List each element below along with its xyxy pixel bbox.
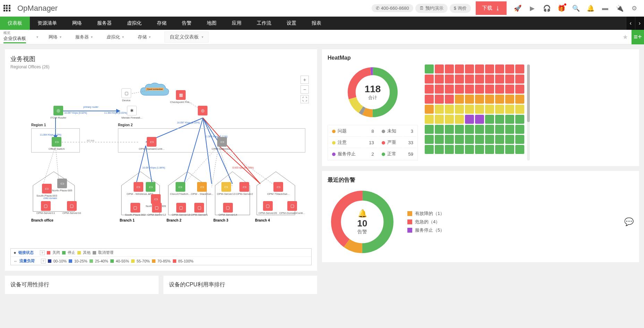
subnav-storage[interactable]: 存储▾ (138, 34, 151, 40)
heatmap-cell[interactable] (455, 135, 464, 144)
heatmap-cell[interactable] (475, 115, 484, 124)
heatmap-cell[interactable] (505, 135, 514, 144)
subnav-network[interactable]: 网络▾ (49, 34, 61, 40)
heatmap-cell[interactable] (445, 85, 454, 94)
heatmap-cell[interactable] (425, 125, 434, 134)
heatmap-cell[interactable] (515, 145, 524, 154)
node-opm-dc[interactable]: ▭OPM-DomainContr... (139, 137, 164, 150)
heatmap-cell[interactable] (445, 135, 454, 144)
heatmap-cell[interactable] (425, 95, 434, 104)
heatmap-cell[interactable] (425, 135, 434, 144)
nav-server[interactable]: 服务器 (90, 17, 119, 30)
phone-pill[interactable]: ✆ 400-660-8680 (372, 4, 413, 12)
rocket-icon[interactable]: 🚀 (514, 4, 522, 12)
legend-row[interactable]: 服务停止（5） (407, 227, 444, 233)
heatmap-donut[interactable]: 118 合计 (345, 64, 400, 120)
search-icon[interactable]: 🔍 (572, 4, 580, 12)
quote-pill[interactable]: $ 询价 (450, 4, 471, 13)
heatmap-cell[interactable] (485, 105, 494, 114)
heatmap-cell[interactable] (435, 115, 444, 124)
heatmap-cell[interactable] (465, 95, 474, 104)
heatmap-cell[interactable] (455, 64, 464, 74)
legend-row[interactable]: 注意13严重33 (329, 137, 417, 148)
heatmap-cell[interactable] (435, 135, 444, 144)
nav-virtualization[interactable]: 虚拟化 (119, 17, 149, 30)
heatmap-cell[interactable] (515, 135, 524, 144)
node-meraki[interactable]: ✱Meraki Firewall... (121, 106, 142, 119)
heatmap-cell[interactable] (515, 75, 524, 84)
node-south-plaza-002[interactable]: ▢South-Plaza-002 (125, 203, 146, 216)
node-opm-server18[interactable]: ▢OPM-Server18 (172, 203, 190, 216)
battery-icon[interactable]: ▬ (601, 4, 609, 12)
nav-report[interactable]: 报表 (304, 17, 329, 30)
alarms-donut[interactable]: 🔔 10 告警 (328, 187, 397, 257)
nav-network[interactable]: 网络 (65, 17, 90, 30)
node-opm-server2[interactable]: ▭OPM-Server2 (236, 182, 253, 196)
node-opm-stackswi[interactable]: ▭OPM - StackSwi... (191, 182, 213, 196)
heatmap-cell[interactable] (465, 115, 474, 124)
node-opm-server20[interactable]: ▢OPM-Server20 (259, 201, 277, 215)
heatmap-cell[interactable] (465, 135, 474, 144)
heatmap-cell[interactable] (445, 145, 454, 154)
nav-map[interactable]: 地图 (199, 17, 224, 30)
heatmap-cell[interactable] (495, 64, 504, 74)
heatmap-cell[interactable] (465, 85, 474, 94)
heatmap-cell[interactable] (435, 95, 444, 104)
node-itom-router[interactable]: ◎ITOM Router (50, 106, 66, 119)
heatmap-cell[interactable] (435, 145, 444, 154)
heatmap-cell[interactable] (505, 85, 514, 94)
legend-row[interactable]: 服务停止2正常59 (329, 149, 417, 159)
heatmap-cell[interactable] (505, 115, 514, 124)
heatmap-cell[interactable] (495, 125, 504, 134)
headset-icon[interactable]: 🎧 (543, 4, 551, 12)
heatmap-cell[interactable] (445, 125, 454, 134)
heatmap-cell[interactable] (515, 95, 524, 104)
apps-grid-icon[interactable] (3, 5, 10, 12)
node-cisco37[interactable]: ▭Cisco37Switch... (170, 182, 190, 196)
zoom-out-button[interactable]: − (300, 85, 309, 94)
heatmap-cell[interactable] (475, 64, 484, 74)
heatmap-cell[interactable] (495, 95, 504, 104)
heatmap-cell[interactable] (435, 85, 444, 94)
help-icon[interactable]: ? (41, 259, 46, 264)
heatmap-cell[interactable] (495, 115, 504, 124)
legend-row[interactable]: 问题8未知3 (329, 126, 417, 137)
heatmap-cell[interactable] (445, 64, 454, 74)
heatmap-cell[interactable] (465, 145, 474, 154)
nav-alarm[interactable]: 告警 (174, 17, 199, 30)
node-opm-server1[interactable]: ▢OPM-Server1 (191, 203, 208, 216)
node-ap2[interactable]: ▭AP2 (146, 182, 155, 196)
help-icon[interactable]: ? (40, 250, 45, 255)
heatmap-cell[interactable] (505, 105, 514, 114)
heatmap-cell[interactable] (465, 125, 474, 134)
node-opm-switch[interactable]: ▭OPM-Switch02... (212, 137, 232, 150)
node-north-plaza-005[interactable]: ▭North-Plaza-005 (52, 179, 72, 192)
heatmap-cell[interactable] (435, 125, 444, 134)
heatmap-cell[interactable] (455, 105, 464, 114)
heatmap-cell[interactable] (495, 135, 504, 144)
heatmap-cell[interactable] (455, 125, 464, 134)
heatmap-cell[interactable] (485, 135, 494, 144)
play-icon[interactable]: ▶ (528, 4, 536, 12)
heatmap-cell[interactable] (445, 75, 454, 84)
nav-dashboard[interactable]: 仪表板 (0, 17, 30, 30)
heatmap-cell[interactable] (505, 75, 514, 84)
node-opm-server13[interactable]: ▭OPM-Server13 (217, 182, 235, 196)
nav-settings[interactable]: 设置 (279, 17, 304, 30)
nav-storage[interactable]: 存储 (149, 17, 174, 30)
heatmap-cell[interactable] (485, 64, 494, 74)
gift-icon[interactable]: 🎁 (557, 4, 566, 12)
nav-arrow-left[interactable]: ‹ (626, 17, 635, 30)
heatmap-cell[interactable] (485, 95, 494, 104)
heatmap-cell[interactable] (515, 64, 524, 74)
heatmap-cell[interactable] (435, 64, 444, 74)
bell-icon[interactable]: 🔔 (586, 4, 595, 12)
heatmap-cell[interactable] (485, 115, 494, 124)
nav-arrow-right[interactable]: › (635, 17, 644, 30)
star-icon[interactable]: ★ (622, 33, 628, 41)
add-widget-button[interactable]: ≡+ (632, 30, 644, 44)
node-opm-7stack[interactable]: ▭OPM 7StackSwi... (267, 182, 289, 196)
fullscreen-button[interactable]: ⛶ (300, 95, 309, 103)
subnav-virtualization[interactable]: 虚拟化▾ (107, 34, 124, 40)
heatmap-cell[interactable] (475, 135, 484, 144)
